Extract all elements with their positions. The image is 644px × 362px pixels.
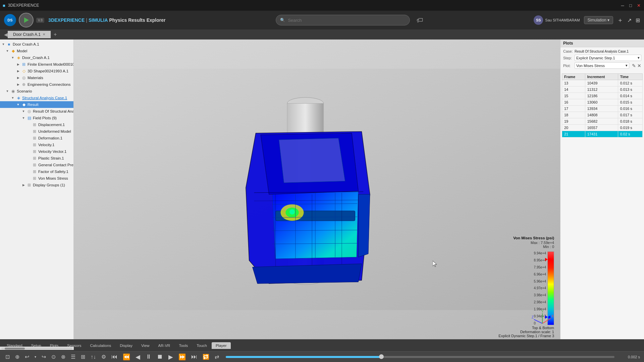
table-row[interactable]: 20165570.019 s	[562, 125, 643, 131]
legend-value: 5.96e+4	[534, 280, 546, 283]
tab-door-crash[interactable]: Door Crash A.1 ✕	[8, 31, 51, 38]
bottom-tab-ar-vr[interactable]: AR-VR	[154, 342, 174, 349]
bottom-tab-display[interactable]: Display	[116, 342, 137, 349]
loop-button[interactable]: 🔁	[201, 353, 211, 361]
tool-btn-4[interactable]: ⊙	[50, 353, 57, 361]
tool-btn-6[interactable]: ☰	[69, 353, 77, 361]
plot-dropdown[interactable]: Von Mises Stress ▾	[575, 62, 629, 69]
frame-cell: 13	[562, 80, 585, 86]
step-back-button[interactable]: ⏪	[121, 353, 131, 361]
structural-case-link[interactable]: Structural Analysis Case.1	[22, 96, 67, 100]
play-button[interactable]	[19, 13, 34, 27]
tree-item-fem[interactable]: ▶ ⊞ Finite Element Model00010	[0, 61, 73, 68]
simulation-dropdown[interactable]: Simulation ▾	[584, 16, 613, 24]
tool-btn-7[interactable]: ⊞	[79, 353, 87, 361]
viewport[interactable]	[74, 40, 560, 339]
bottom-tab-tools[interactable]: Tools	[175, 342, 192, 349]
expand-icon[interactable]: ▼	[1, 43, 5, 46]
tree-item-structural-case[interactable]: ▼ ◈ Structural Analysis Case.1	[0, 95, 73, 101]
expand-door[interactable]: ▼	[11, 56, 15, 59]
add-icon[interactable]: ＋	[617, 16, 623, 24]
next-frame-button[interactable]: ▶	[167, 353, 174, 361]
tree-item-scenario[interactable]: ▼ ◉ Scenario	[0, 88, 73, 95]
groups-icon: ⊞	[26, 182, 32, 188]
tree-item-deformation[interactable]: ⊞ Deformation.1	[0, 135, 73, 141]
step-forward-button[interactable]: ⏩	[177, 353, 187, 361]
tool-btn-3[interactable]: ↪	[40, 353, 47, 361]
tab-add-button[interactable]: +	[51, 30, 59, 39]
tree-item-velocity[interactable]: ⊞ Velocity.1	[0, 141, 73, 148]
tree-item-engconn[interactable]: ▶ ⊕ Engineering Connections	[0, 81, 73, 88]
tool-btn-1[interactable]: ⊡	[4, 353, 11, 361]
collapse-btn[interactable]: ◀	[4, 32, 8, 37]
tree-item-displacement[interactable]: ⊞ Displacement.1	[0, 121, 73, 128]
bottom-tab-player[interactable]: Player	[212, 342, 231, 349]
expand-resultof[interactable]: ▼	[21, 110, 25, 113]
case-value: Result Of Structural Analysis Case.1	[575, 50, 629, 53]
plot-close-icon[interactable]: ✕	[637, 63, 641, 68]
prev-frame-button[interactable]: ◀	[134, 353, 142, 361]
skip-first-button[interactable]: ⏮	[110, 353, 119, 361]
bottom-tab-calculations[interactable]: Calculations	[86, 342, 115, 349]
bottom-tab-view[interactable]: View	[137, 342, 154, 349]
swing-button[interactable]: ⇄	[213, 353, 220, 361]
share-icon[interactable]: ↗	[627, 17, 632, 23]
close-button[interactable]: ✕	[636, 3, 641, 8]
tree-item-undeformed[interactable]: ⊞ Undeformed Model	[0, 128, 73, 135]
plot-edit-icon[interactable]: ✎	[632, 63, 636, 68]
table-row[interactable]: 21174310.02 s	[562, 131, 643, 137]
engconn-label: Engineering Connections	[28, 82, 71, 86]
tree-item-displaygroups[interactable]: ▶ ⊞ Display Groups (1)	[0, 182, 73, 188]
search-input[interactable]	[288, 18, 406, 23]
pause-button[interactable]: ⏸	[144, 353, 153, 361]
expand-scenario[interactable]: ▼	[5, 89, 9, 93]
table-row[interactable]: 15121860.014 s	[562, 93, 643, 99]
expand-engconn[interactable]: ▶	[16, 83, 20, 86]
table-row[interactable]: 19156820.018 s	[562, 118, 643, 125]
tree-item-result-of[interactable]: ▼ ◎ Result Of Structural Analysis C.	[0, 108, 73, 115]
step-dropdown[interactable]: Explicit Dynamic Step.1 ▾	[575, 55, 641, 61]
tree-item-plasticstrain[interactable]: ⊞ Plastic Strain.1	[0, 155, 73, 162]
tree-item-contact[interactable]: ⊞ General Contact Pressur	[0, 162, 73, 168]
skip-last-button[interactable]: ⏭	[190, 353, 199, 361]
expand-3dshape[interactable]: ▶	[16, 69, 20, 73]
progress-thumb[interactable]	[379, 354, 384, 359]
tree-item-3dshape[interactable]: ▶ ◇ 3D Shape00241993 A.1	[0, 68, 73, 74]
minimize-button[interactable]: ─	[620, 3, 625, 8]
tree-item-velovec[interactable]: ⊞ Velocity Vector.1	[0, 148, 73, 155]
tree-item-vonmises[interactable]: ⊞ Von Mises Stress	[0, 175, 73, 182]
table-row[interactable]: 17139340.016 s	[562, 106, 643, 112]
expand-result[interactable]: ▼	[16, 103, 20, 106]
table-row[interactable]: 18148080.017 s	[562, 112, 643, 118]
undo-button[interactable]: ↩	[23, 353, 31, 361]
expand-fem[interactable]: ▶	[16, 63, 20, 66]
table-row[interactable]: 16130600.015 s	[562, 99, 643, 106]
tool-btn-2[interactable]: ⊕	[14, 353, 21, 361]
tool-btn-9[interactable]: ⚙	[100, 353, 107, 361]
stop-button[interactable]: ⏹	[156, 353, 164, 361]
tree-item-door-crash[interactable]: ▼ ◈ Door_Crash A.1	[0, 54, 73, 61]
tree-item-safety[interactable]: ⊞ Factor of Safety.1	[0, 168, 73, 175]
expand-groups[interactable]: ▶	[21, 183, 25, 187]
tool-btn-8[interactable]: ↑↓	[89, 353, 97, 361]
table-row[interactable]: 13104390.012 s	[562, 80, 643, 86]
tree-item-fieldplots[interactable]: ▼ ▤ Field Plots (9)	[0, 115, 73, 121]
tree-item-materials[interactable]: ▶ ◎ Materials	[0, 74, 73, 81]
expand-fieldplots[interactable]: ▼	[21, 116, 25, 120]
table-row[interactable]: 14113120.013 s	[562, 86, 643, 93]
search-box[interactable]: 🔍	[276, 15, 410, 25]
expand-model[interactable]: ▼	[5, 49, 9, 53]
expand-struct[interactable]: ▼	[11, 96, 15, 100]
tree-item-result[interactable]: ▼ ◆ Result	[0, 101, 73, 108]
bottom-tab-touch[interactable]: Touch	[193, 342, 211, 349]
progress-bar[interactable]	[226, 356, 614, 358]
tool-btn-5[interactable]: ⊗	[60, 353, 67, 361]
expand-materials[interactable]: ▶	[16, 76, 20, 79]
tab-close-icon[interactable]: ✕	[43, 33, 45, 36]
bookmark-icon[interactable]: 🏷	[417, 16, 423, 24]
tree-item-model[interactable]: ▼ ◆ Model	[0, 48, 73, 54]
expand-icon[interactable]: ⊞	[636, 17, 640, 23]
undo-down-arrow[interactable]: ▾	[33, 354, 38, 359]
tree-root-item[interactable]: ▼ ■ Door Crash A.1	[0, 41, 73, 48]
maximize-button[interactable]: □	[628, 3, 633, 8]
